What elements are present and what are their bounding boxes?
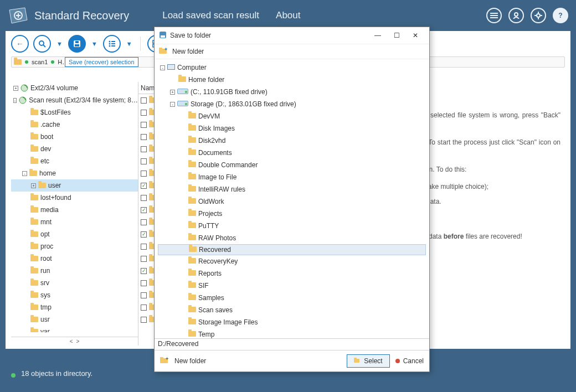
toolbar-back-button[interactable]: ←: [11, 35, 29, 53]
tree-expander[interactable]: -: [13, 98, 17, 103]
checkbox[interactable]: [141, 110, 147, 116]
tree-item[interactable]: $LostFiles: [11, 106, 138, 118]
checkbox[interactable]: ✓: [141, 207, 147, 213]
tree-item[interactable]: var: [11, 326, 138, 332]
svg-point-7: [515, 13, 518, 16]
checkbox[interactable]: [141, 219, 147, 225]
tree-item[interactable]: .cache: [11, 118, 138, 131]
checkbox[interactable]: ✓: [141, 183, 147, 189]
checkbox[interactable]: [141, 317, 147, 323]
checkbox[interactable]: [141, 134, 147, 140]
tree-item[interactable]: +Ext2/3/4 volume: [11, 82, 138, 94]
checkbox[interactable]: [141, 292, 147, 298]
tree-item[interactable]: tmp: [11, 301, 138, 313]
dialog-folder-tree[interactable]: -ComputerHome folder+(C:, 110.91GB fixed…: [155, 59, 429, 338]
dialog-tree-folder[interactable]: Storage Image Files: [158, 316, 426, 328]
tree-item[interactable]: sys: [11, 289, 138, 301]
tree-item[interactable]: mnt: [11, 216, 138, 228]
checkbox[interactable]: [141, 122, 147, 128]
tree-item[interactable]: proc: [11, 240, 138, 252]
dialog-tree-folder[interactable]: Scan saves: [158, 304, 426, 316]
window-minimize-button[interactable]: —: [368, 30, 387, 41]
dialog-tree-folder[interactable]: Documents: [158, 147, 426, 159]
checkbox[interactable]: ✓: [141, 231, 147, 238]
tree-item[interactable]: run: [11, 265, 138, 277]
dialog-node-computer[interactable]: -Computer: [158, 61, 426, 74]
folder-icon: [30, 317, 38, 322]
dialog-new-folder-row[interactable]: + New folder: [155, 44, 429, 59]
horizontal-scrollbar[interactable]: <>: [11, 337, 138, 345]
dialog-tree-folder[interactable]: Recovered: [158, 244, 426, 255]
checkbox[interactable]: [141, 244, 147, 250]
checkbox[interactable]: [141, 280, 147, 286]
tree-item[interactable]: media: [11, 204, 138, 216]
window-maximize-button[interactable]: ☐: [387, 30, 406, 41]
dialog-node-drive-c[interactable]: +(C:, 110.91GB fixed drive): [158, 86, 426, 98]
tree-item[interactable]: etc: [11, 155, 138, 167]
dialog-tree-folder[interactable]: Double Commander: [158, 159, 426, 171]
menu-about[interactable]: About: [276, 10, 300, 21]
tree-expander[interactable]: -: [170, 102, 175, 107]
tree-item[interactable]: root: [11, 252, 138, 265]
dialog-tree-folder[interactable]: Reports: [158, 267, 426, 280]
checkbox[interactable]: [141, 256, 147, 262]
tree-item[interactable]: opt: [11, 228, 138, 240]
dialog-tree-folder[interactable]: Image to File: [158, 171, 426, 183]
dialog-tree-folder[interactable]: Samples: [158, 292, 426, 304]
header-btn-user-icon[interactable]: [508, 8, 524, 23]
tree-item[interactable]: lost+found: [11, 192, 138, 204]
checkbox[interactable]: [141, 97, 147, 104]
checkbox[interactable]: [141, 305, 147, 311]
tree-item[interactable]: srv: [11, 277, 138, 289]
select-button[interactable]: Select: [347, 354, 389, 368]
dialog-tree-folder[interactable]: RAW Photos: [158, 232, 426, 244]
toolbar-save-button[interactable]: Save (recover) selection: [68, 35, 86, 53]
checkbox[interactable]: [141, 146, 147, 152]
dialog-titlebar[interactable]: Save to folder — ☐ ✕: [155, 27, 429, 44]
tree-item[interactable]: +user: [11, 179, 138, 192]
window-close-button[interactable]: ✕: [406, 30, 425, 41]
tree-item[interactable]: dev: [11, 143, 138, 155]
tree-expander[interactable]: +: [170, 90, 175, 95]
tree-item[interactable]: -Scan result (Ext2/3/4 file system; 8…: [11, 94, 138, 106]
dialog-tree-folder[interactable]: RecoveryKey: [158, 255, 426, 267]
checkbox[interactable]: [141, 195, 147, 201]
dialog-tree-folder[interactable]: Disk Images: [158, 122, 426, 135]
new-folder-label-2[interactable]: New folder: [174, 357, 206, 365]
dialog-tree-folder[interactable]: SIF: [158, 280, 426, 292]
header-btn-list-icon[interactable]: [486, 8, 502, 23]
new-folder-label[interactable]: New folder: [172, 48, 204, 55]
checkbox[interactable]: [141, 158, 147, 164]
dialog-tree-folder[interactable]: Temp: [158, 328, 426, 338]
tree-item[interactable]: usr: [11, 313, 138, 326]
dialog-tree-folder[interactable]: OldWork: [158, 195, 426, 208]
toolbar-list-button[interactable]: [103, 35, 121, 53]
dialog-node-drive-d[interactable]: -Storage (D:, 1863.01GB fixed drive): [158, 98, 426, 110]
tree-expander[interactable]: +: [13, 86, 18, 91]
tree-expander[interactable]: +: [31, 183, 36, 188]
folder-tree[interactable]: +Ext2/3/4 volume-Scan result (Ext2/3/4 f…: [11, 82, 138, 345]
folder-icon: [30, 256, 38, 261]
toolbar-scan-button[interactable]: [33, 35, 51, 53]
dialog-tree-folder[interactable]: Disk2vhd: [158, 135, 426, 147]
tree-expander[interactable]: -: [160, 65, 165, 70]
dialog-tree-folder[interactable]: DevVM: [158, 110, 426, 122]
dialog-tree-folder[interactable]: IntelliRAW rules: [158, 183, 426, 195]
breadcrumb-seg-1[interactable]: scan1: [32, 59, 48, 65]
menu-load-scan[interactable]: Load saved scan result: [162, 10, 259, 21]
dialog-tree-folder[interactable]: Projects: [158, 208, 426, 220]
dialog-path-field[interactable]: D:/Recovered: [155, 338, 429, 350]
checkbox[interactable]: [141, 171, 147, 177]
tree-item[interactable]: -home: [11, 167, 138, 179]
checkbox[interactable]: ✓: [141, 268, 147, 274]
header-btn-settings-gear-icon[interactable]: [531, 8, 546, 23]
header-btn-help-icon[interactable]: ?: [553, 8, 568, 23]
toolbar-scan-dropdown[interactable]: ▼: [55, 40, 64, 47]
toolbar-list-dropdown[interactable]: ▼: [125, 40, 133, 47]
tree-expander[interactable]: -: [22, 171, 27, 176]
cancel-button[interactable]: Cancel: [395, 357, 424, 365]
dialog-tree-folder[interactable]: PuTTY: [158, 220, 426, 232]
dialog-node-home[interactable]: Home folder: [158, 74, 426, 86]
tree-item[interactable]: boot: [11, 131, 138, 143]
toolbar-save-dropdown[interactable]: ▼: [90, 40, 99, 47]
